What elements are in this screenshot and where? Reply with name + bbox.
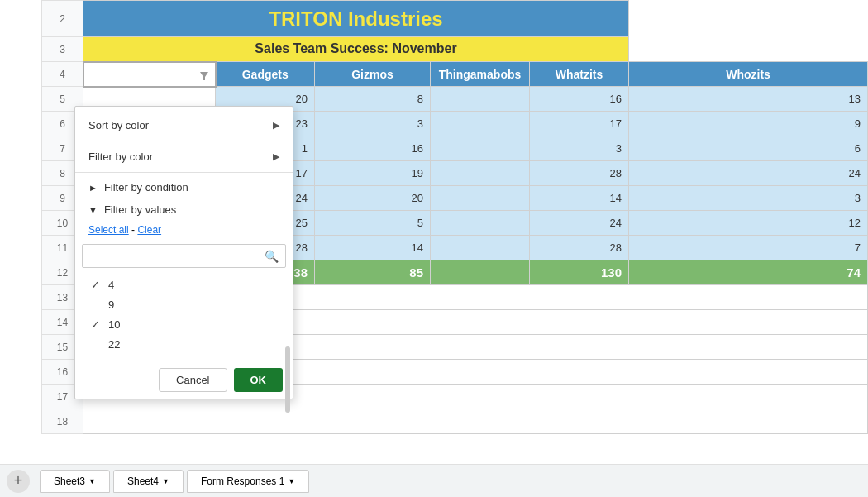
col-header-whozits: Whozits	[629, 62, 868, 87]
value-label-9: 9	[108, 299, 114, 311]
cell-9-5: 14	[530, 186, 629, 211]
add-sheet-button[interactable]: +	[7, 470, 30, 493]
cell-9-4	[431, 186, 530, 211]
cell-6-4	[431, 112, 530, 136]
filter-by-color-arrow: ▶	[273, 151, 279, 162]
cell-11-3: 14	[315, 236, 431, 260]
divider-2	[75, 172, 293, 173]
filter-search-row: 🔍	[82, 244, 286, 268]
value-label-10: 10	[108, 318, 120, 331]
cell-8-3: 19	[315, 161, 431, 186]
app-title: TRITON Industries	[269, 7, 442, 30]
col-header-thingamabobs: Thingamabobs	[431, 62, 530, 87]
tab-sheet4-label: Sheet4	[127, 475, 159, 487]
tabs-bar: + Sheet3 ▼ Sheet4 ▼ Form Responses 1 ▼	[0, 464, 868, 497]
value-label-22: 22	[108, 338, 120, 351]
cell-5-5: 16	[530, 87, 629, 112]
row-num-2: 2	[42, 1, 83, 37]
values-triangle: ▼	[88, 205, 98, 215]
cell-10-6: 12	[629, 211, 868, 236]
cell-5-6: 13	[629, 87, 868, 112]
filter-value-4[interactable]: ✓ 4	[75, 275, 293, 294]
checkmark-10: ✓	[88, 318, 102, 331]
col-header-whatzits: Whatzits	[530, 62, 629, 87]
value-label-4: 4	[108, 279, 114, 291]
cancel-button[interactable]: Cancel	[159, 368, 227, 392]
filter-by-color-item[interactable]: Filter by color ▶	[75, 145, 293, 169]
cell-18	[83, 409, 868, 434]
tab-form-responses-label: Form Responses 1	[201, 475, 284, 487]
cell-7-3: 16	[315, 136, 431, 161]
filter-scrollbar[interactable]	[285, 346, 290, 413]
cell-7-5: 3	[530, 136, 629, 161]
sort-by-color-item[interactable]: Sort by color ▶	[75, 113, 293, 137]
cell-10-4	[431, 211, 530, 236]
cell-5-3: 8	[315, 87, 431, 112]
tab-form-responses[interactable]: Form Responses 1 ▼	[187, 470, 309, 493]
cell-7-4	[431, 136, 530, 161]
filter-dropdown: Sort by color ▶ Filter by color ▶ ► Filt…	[74, 106, 293, 399]
checkmark-4: ✓	[88, 278, 102, 291]
row-num-3: 3	[42, 37, 83, 62]
tab-form-responses-arrow: ▼	[288, 477, 295, 485]
cell-9-6: 3	[629, 186, 868, 211]
cell-6-5: 17	[530, 112, 629, 136]
tab-sheet4[interactable]: Sheet4 ▼	[113, 470, 184, 493]
search-icon: 🔍	[265, 250, 279, 263]
clear-link[interactable]: Clear	[137, 224, 161, 236]
cell-8-5: 28	[530, 161, 629, 186]
header-row: 4 Gadgets Gizmos Thingamabobs Whatzits W…	[42, 62, 868, 87]
filter-links-row: Select all - Clear	[75, 221, 293, 241]
subtitle-cell: Sales Team Success: November	[83, 37, 629, 62]
cell-7-6: 6	[629, 136, 868, 161]
row-num-18: 18	[42, 409, 83, 434]
row-3: 3 Sales Team Success: November	[42, 37, 868, 62]
cell-11-6: 7	[629, 236, 868, 260]
filter-icon	[198, 69, 210, 81]
cell-11-5: 28	[530, 236, 629, 260]
tab-sheet3-arrow: ▼	[88, 477, 96, 485]
title-cell: TRITON Industries	[83, 1, 629, 37]
ok-button[interactable]: OK	[234, 368, 284, 392]
svg-marker-0	[200, 72, 208, 80]
col-header-empty	[83, 62, 216, 87]
cell-10-5: 24	[530, 211, 629, 236]
col-header-gadgets: Gadgets	[216, 62, 315, 87]
cell-6-3: 3	[315, 112, 431, 136]
cell-12-4	[431, 260, 530, 285]
filter-by-values-item[interactable]: ▼ Filter by values	[75, 198, 293, 221]
filter-value-10[interactable]: ✓ 10	[75, 314, 293, 334]
filter-values-list: ✓ 4 ✓ 9 ✓ 10 ✓ 22	[75, 271, 293, 357]
condition-triangle: ►	[88, 183, 98, 193]
tab-sheet4-arrow: ▼	[162, 477, 169, 485]
filter-search-input[interactable]	[89, 248, 265, 264]
filter-value-9[interactable]: ✓ 9	[75, 294, 293, 314]
cell-8-4	[431, 161, 530, 186]
filter-by-color-label: Filter by color	[88, 151, 153, 163]
select-all-link[interactable]: Select all	[88, 224, 129, 236]
row-num-4: 4	[42, 62, 83, 87]
cell-12-6: 74	[629, 260, 868, 285]
cell-12-5: 130	[530, 260, 629, 285]
cell-10-3: 5	[315, 211, 431, 236]
filter-value-22[interactable]: ✓ 22	[75, 334, 293, 354]
row-2: 2 TRITON Industries	[42, 1, 868, 37]
cell-6-6: 9	[629, 112, 868, 136]
divider-1	[75, 141, 293, 141]
spreadsheet: 2 TRITON Industries 3 Sales Team Success…	[0, 0, 868, 497]
sort-by-color-label: Sort by color	[88, 119, 149, 131]
col-header-gizmos: Gizmos	[315, 62, 431, 87]
filter-by-condition-label: Filter by condition	[104, 181, 188, 194]
cell-12-3: 85	[315, 260, 431, 285]
cell-9-3: 20	[315, 186, 431, 211]
filter-by-condition-item[interactable]: ► Filter by condition	[75, 176, 293, 198]
cell-5-4	[431, 87, 530, 112]
app-subtitle: Sales Team Success: November	[255, 41, 456, 55]
filter-by-values-label: Filter by values	[104, 203, 176, 216]
filter-footer: Cancel OK	[75, 361, 293, 399]
tab-sheet3-label: Sheet3	[54, 475, 85, 487]
sort-by-color-arrow: ▶	[273, 120, 279, 131]
tab-sheet3[interactable]: Sheet3 ▼	[40, 470, 110, 493]
cell-8-6: 24	[629, 161, 868, 186]
cell-11-4	[431, 236, 530, 260]
